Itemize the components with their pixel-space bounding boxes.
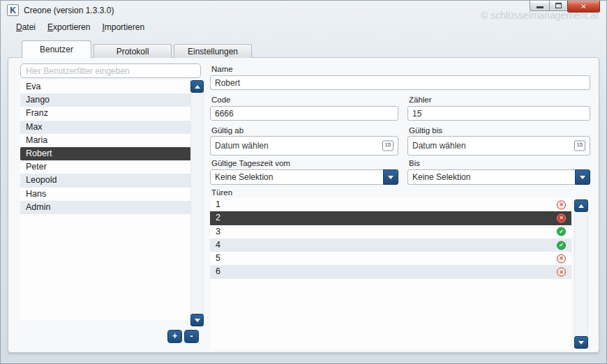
valid-to-placeholder: Datum wählen: [412, 141, 466, 151]
minimize-icon: [537, 6, 544, 8]
counter-label: Zähler: [409, 96, 432, 104]
daytime-from-label: Gültige Tageszeit vom: [211, 159, 290, 167]
app-icon: K: [7, 4, 19, 16]
user-list-scroll-up-button[interactable]: [190, 80, 204, 93]
arrow-up-icon: [195, 85, 200, 89]
arrow-down-icon: [195, 319, 200, 322]
door-row[interactable]: 2✕: [210, 211, 571, 225]
calendar-icon[interactable]: 15: [382, 141, 394, 151]
daytime-to-dropdown[interactable]: Keine Selektion: [407, 169, 590, 185]
calendar-icon-day: 15: [575, 142, 585, 148]
valid-from-placeholder: Datum wählen: [215, 141, 269, 151]
valid-to-datepicker[interactable]: Datum wählen 15: [407, 136, 590, 156]
doors-label: Türen: [211, 188, 232, 197]
user-list-item[interactable]: Leopold: [20, 174, 191, 187]
user-filter-input[interactable]: [20, 63, 201, 78]
dropdown-arrow-button[interactable]: [383, 169, 398, 185]
user-list-item[interactable]: Eva: [20, 80, 191, 93]
chevron-down-icon: [388, 176, 394, 179]
daytime-to-value: Keine Selektion: [412, 172, 470, 182]
door-number: 1: [216, 199, 220, 209]
user-list-item[interactable]: Robert: [20, 147, 191, 160]
app-window: K Creone (version 1.3.3.0) ✕ © schlüssel…: [0, 0, 607, 364]
tab-einstellungen[interactable]: Einstellungen: [174, 44, 252, 58]
user-list-item[interactable]: Jango: [20, 93, 191, 107]
app-icon-letter: K: [10, 6, 16, 15]
arrow-down-icon: [578, 341, 584, 344]
door-number: 2: [216, 213, 220, 222]
valid-to-label: Gültig bis: [409, 126, 442, 135]
menubar: Datei Exportieren Importieren: [16, 22, 144, 32]
close-icon: ✕: [580, 3, 586, 10]
user-list-scrollbar[interactable]: [190, 80, 204, 326]
doors-scroll-down-button[interactable]: [574, 336, 588, 349]
arrow-up-icon: [578, 204, 584, 208]
user-list-item[interactable]: Peter: [20, 160, 191, 174]
watermark: © schlüsselmanagement.at: [481, 10, 599, 21]
code-field[interactable]: [210, 106, 398, 121]
door-number: 6: [216, 266, 220, 276]
calendar-icon-day: 15: [383, 142, 393, 148]
doors-list-scrollbar[interactable]: [574, 199, 588, 349]
user-list-item[interactable]: Franz: [20, 107, 191, 120]
maximize-icon: [555, 3, 562, 8]
door-number: 4: [216, 240, 220, 250]
daytime-from-value: Keine Selektion: [215, 172, 273, 182]
door-row[interactable]: 4✔: [210, 238, 571, 252]
calendar-icon[interactable]: 15: [574, 141, 585, 151]
access-denied-icon: ✕: [557, 268, 566, 277]
door-row[interactable]: 5✕: [210, 252, 571, 265]
user-list-item[interactable]: Hans: [20, 188, 191, 201]
tab-strip: Benutzer Protokoll Einstellungen: [22, 40, 252, 58]
access-granted-icon: ✔: [557, 241, 566, 250]
daytime-to-label: Bis: [409, 159, 420, 167]
door-number: 3: [216, 227, 220, 236]
door-row[interactable]: 6✕: [210, 265, 571, 278]
user-list: EvaJangoFranzMaxMariaRobertPeterLeopoldH…: [20, 80, 191, 320]
dropdown-arrow-button[interactable]: [575, 169, 590, 185]
access-denied-icon: ✕: [557, 254, 566, 263]
door-number: 5: [216, 253, 220, 263]
user-list-scroll-down-button[interactable]: [190, 314, 204, 326]
menu-item-datei[interactable]: Datei: [16, 22, 36, 32]
access-granted-icon: ✔: [557, 227, 566, 236]
menu-item-importieren[interactable]: Importieren: [102, 22, 144, 32]
door-row[interactable]: 3✔: [210, 225, 571, 238]
menu-item-exportieren[interactable]: Exportieren: [47, 22, 90, 32]
tab-benutzer[interactable]: Benutzer: [22, 40, 91, 58]
add-user-button[interactable]: +: [167, 330, 182, 343]
door-row[interactable]: 1✕: [210, 198, 571, 211]
valid-from-datepicker[interactable]: Datum wählen 15: [210, 136, 398, 156]
counter-field[interactable]: [407, 106, 590, 121]
window-title: Creone (version 1.3.3.0): [24, 6, 114, 15]
valid-from-label: Gültig ab: [211, 126, 243, 135]
doors-scroll-up-button[interactable]: [574, 199, 588, 212]
code-label: Code: [211, 96, 231, 104]
access-denied-icon: ✕: [557, 213, 566, 222]
user-list-item[interactable]: Max: [20, 121, 191, 134]
name-field[interactable]: [210, 75, 590, 90]
tab-protokoll[interactable]: Protokoll: [93, 44, 172, 58]
daytime-from-dropdown[interactable]: Keine Selektion: [210, 169, 398, 185]
user-list-item[interactable]: Maria: [20, 134, 191, 147]
name-label: Name: [211, 65, 233, 73]
remove-user-button[interactable]: -: [184, 330, 199, 343]
chevron-down-icon: [580, 176, 585, 179]
access-denied-icon: ✕: [557, 200, 566, 209]
doors-list: 1✕2✕3✔4✔5✕6✕: [210, 198, 571, 349]
user-list-item[interactable]: Admin: [20, 201, 191, 214]
